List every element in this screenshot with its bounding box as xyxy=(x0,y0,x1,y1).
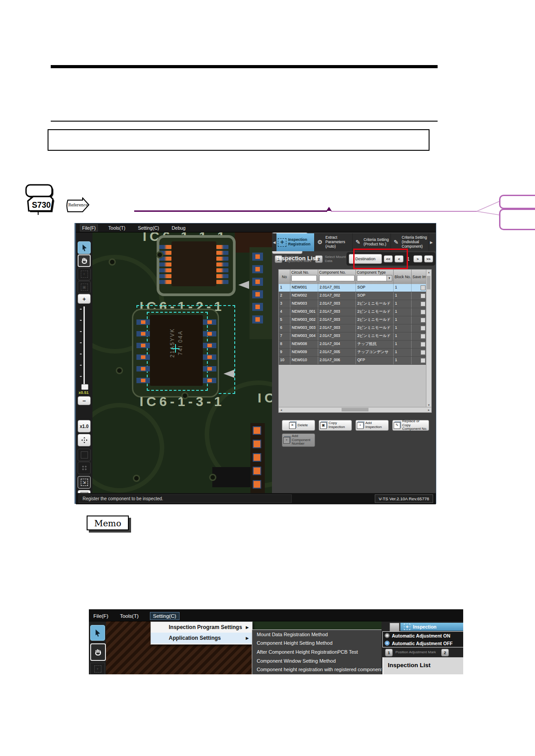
header-label: Component Type xyxy=(357,270,386,275)
menu-tools[interactable]: Tools(T) xyxy=(106,225,127,231)
chip2-marking-line1: 21A5YVK xyxy=(169,328,175,358)
pan-hand-button[interactable] xyxy=(78,254,91,267)
zoom-out-button[interactable]: − xyxy=(78,396,91,405)
add-icon: + xyxy=(357,422,364,429)
fit-selection-button[interactable]: ⇲ xyxy=(78,476,91,489)
zoom-slider-thumb[interactable] xyxy=(81,384,88,390)
section-rule-thin xyxy=(51,121,438,122)
header-no[interactable]: No xyxy=(279,270,290,284)
save-image-checkbox[interactable] xyxy=(421,310,425,315)
table-row[interactable]: 3NEW0032.01A7_0032ピンミニモールド1 xyxy=(279,300,431,308)
save-image-checkbox[interactable] xyxy=(421,302,425,306)
header-component-no[interactable]: Component No. xyxy=(318,270,356,284)
header-block-no[interactable]: Block No. xyxy=(394,270,412,284)
save-image-checkbox[interactable] xyxy=(421,342,425,347)
chip-pin xyxy=(159,262,171,267)
zoom-reset-button[interactable]: x1.0 xyxy=(78,420,91,433)
window-tool-button xyxy=(78,449,91,461)
delete-button[interactable]: ✕ Delete xyxy=(282,420,315,431)
menu-setting[interactable]: Setting(C) xyxy=(136,225,161,231)
pcb-component xyxy=(252,265,263,273)
tab-inspection-registration[interactable]: ✛ Inspection Registration xyxy=(276,233,315,251)
pcb-component xyxy=(252,253,263,261)
save-image-checkbox[interactable] xyxy=(421,318,425,323)
menu-item-inspection-program-settings[interactable]: Inspection Program Settings xyxy=(151,622,252,633)
horizontal-scrollbar[interactable]: ◄ ► xyxy=(279,407,431,412)
chip-pin xyxy=(216,280,228,284)
pcb-pad xyxy=(253,480,261,489)
pcb-via xyxy=(109,258,116,266)
table-row[interactable]: 4NEW003_0012.01A7_0032ピンミニモールド1 xyxy=(279,308,431,316)
save-image-checkbox[interactable] xyxy=(421,285,425,290)
header-component-type[interactable]: Component Type xyxy=(356,270,394,284)
component-filter-input[interactable] xyxy=(319,275,355,281)
step-label: Position Adjustment Mark xyxy=(395,650,439,654)
save-image-checkbox[interactable] xyxy=(421,293,425,298)
step-1-position-adjustment-mark[interactable]: 1 Position Adjustment Mark 2 xyxy=(382,647,463,657)
scroll-up-icon[interactable]: ▲ xyxy=(426,270,431,275)
vertical-scrollbar[interactable]: ▲ ▼ xyxy=(426,270,431,407)
table-row[interactable]: 6NEW003_0032.01A7_0032ピンミニモールド1 xyxy=(279,324,431,332)
replace-or-copy-component-button[interactable]: ✎ Replace or Copy Component No. xyxy=(392,420,429,431)
inspection-registration-icon: ✛ xyxy=(278,238,286,247)
select-cursor-button[interactable] xyxy=(90,625,105,641)
radio-automatic-adjustment-on[interactable]: Automatic Adjustment ON xyxy=(383,632,463,639)
menu-tools[interactable]: Tools(T) xyxy=(120,613,139,619)
tab-scroll-left-icon[interactable] xyxy=(272,233,276,251)
copy-icon: ▣ xyxy=(320,422,327,429)
scroll-left-icon[interactable]: ◄ xyxy=(279,407,284,412)
table-row[interactable]: 10NEW0102.01A7_006QFP1 xyxy=(279,357,431,365)
button-label: Copy Inspection xyxy=(329,421,351,429)
table-row[interactable]: 7NEW003_0042.01A7_0032ピンミニモールド1 xyxy=(279,332,431,341)
save-image-checkbox[interactable] xyxy=(421,358,425,363)
copy-inspection-button[interactable]: ▣ Copy Inspection xyxy=(319,420,352,431)
page-last-button[interactable]: >> xyxy=(424,255,433,262)
table-row[interactable]: 9NEW0092.01A7_005チップコンデンサ1 xyxy=(279,349,431,357)
page-next-button[interactable]: > xyxy=(413,255,422,262)
chip1-body xyxy=(171,241,216,286)
scrollbar-thumb[interactable] xyxy=(427,276,430,289)
table-row[interactable]: 8NEW0082.01A7_004チップ抵抗1 xyxy=(279,341,431,349)
table-row[interactable]: 5NEW003_0022.01A7_0032ピンミニモールド1 xyxy=(279,316,431,324)
tab-scroll-right-icon[interactable] xyxy=(429,233,434,251)
cursor-icon xyxy=(81,244,88,251)
tab-inspection[interactable]: ✛ Inspection xyxy=(400,623,463,631)
menu-item-label: After Component Height RegistrationPCB T… xyxy=(257,649,358,655)
zoom-slider[interactable] xyxy=(83,306,85,389)
add-inspection-button[interactable]: + Add Inspection xyxy=(355,420,389,431)
table-header-row: No Circuit No. Component No. Component T… xyxy=(279,270,431,284)
menu-item-application-settings[interactable]: Application Settings xyxy=(151,633,252,643)
inspection-panel: ✛ Inspection Registration ⚙ Extract Para… xyxy=(272,232,436,493)
scroll-right-icon[interactable]: ► xyxy=(426,407,431,412)
pcb-via xyxy=(209,474,216,481)
menu-setting[interactable]: Setting(C) xyxy=(150,612,179,620)
pcb-via xyxy=(116,367,123,374)
zoom-in-button[interactable]: + xyxy=(78,294,91,304)
pan-hand-button[interactable] xyxy=(90,643,106,661)
version-label: V-TS Ver.2.10A Rev.65778 xyxy=(375,494,433,503)
center-view-button[interactable] xyxy=(78,434,91,446)
table-row[interactable]: 1NEW0012.01A7_001SOP1 xyxy=(279,284,431,292)
chip2-pin xyxy=(203,343,216,348)
menu-debug[interactable]: Debug xyxy=(170,225,188,231)
circuit-filter-input[interactable] xyxy=(291,275,317,281)
table-row[interactable]: 2NEW0022.01A7_002SOP1 xyxy=(279,292,431,300)
pcb-arrow-marker-icon xyxy=(238,281,249,289)
setting-dropdown-menu: Inspection Program Settings Application … xyxy=(150,621,253,645)
panel-scroll-button[interactable] xyxy=(390,623,399,632)
scrollbar-thumb[interactable] xyxy=(342,408,368,411)
select-cursor-button[interactable] xyxy=(78,241,91,254)
type-filter-select[interactable] xyxy=(357,275,392,281)
pcb-image-viewport[interactable]: IC6-1-1-1 IC6-1-2-1 xyxy=(92,232,272,493)
save-image-checkbox[interactable] xyxy=(421,334,425,339)
window-body: + Inspection Program Settings Applicatio… xyxy=(89,621,463,674)
tab-extract-parameters[interactable]: ⚙ Extract Parameters (Auto) xyxy=(315,233,353,251)
save-image-checkbox[interactable] xyxy=(421,326,425,331)
manual-page: S730 Reference File(F) Tools(T) Setting(… xyxy=(0,0,535,756)
radio-automatic-adjustment-off[interactable]: Automatic Adjustment OFF xyxy=(383,639,463,647)
menu-file[interactable]: File(F) xyxy=(80,225,97,231)
header-circuit-no[interactable]: Circuit No. xyxy=(290,270,318,284)
radio-icon xyxy=(385,633,390,638)
menu-file[interactable]: File(F) xyxy=(93,613,108,619)
save-image-checkbox[interactable] xyxy=(421,350,425,355)
